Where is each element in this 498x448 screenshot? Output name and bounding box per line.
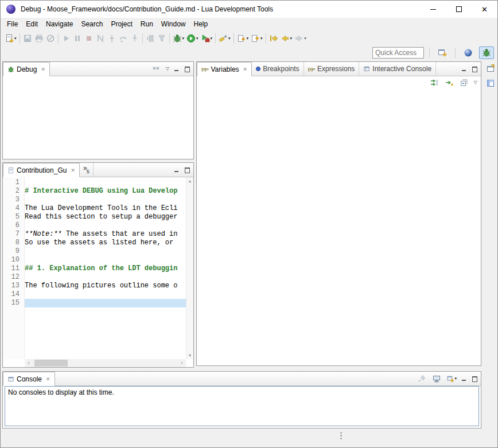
editor-line[interactable]: 7**Note:** The assets that are used in: [3, 230, 186, 239]
editor-line[interactable]: 4The Lua Development Tools in the Ecli: [3, 204, 186, 213]
debug-perspective-button[interactable]: [479, 46, 494, 59]
editor-line[interactable]: 15: [3, 299, 186, 307]
back-button[interactable]: ▾: [279, 32, 294, 45]
minimize-view-icon[interactable]: [461, 376, 467, 381]
menu-navigate[interactable]: Navigate: [42, 19, 77, 29]
editor-line[interactable]: 1: [3, 178, 186, 187]
editor-line[interactable]: 13The following pictures outline some o: [3, 282, 186, 290]
print-button[interactable]: [33, 32, 45, 45]
menu-search[interactable]: Search: [77, 19, 107, 29]
editor-line[interactable]: 9: [3, 247, 186, 256]
editor-code-area[interactable]: 1 2# Interactive DEBUG using Lua Develop…: [3, 178, 186, 359]
open-perspective-button[interactable]: [435, 46, 450, 59]
close-tab-icon[interactable]: ✕: [41, 67, 45, 72]
close-tab-icon[interactable]: ✕: [71, 167, 75, 173]
close-tab-icon[interactable]: ✕: [46, 376, 50, 382]
editor-line[interactable]: 11## 1. Explanation of the LDT debuggin: [3, 264, 186, 273]
skip-all-breakpoints-button[interactable]: [45, 32, 56, 45]
resume-button[interactable]: [60, 32, 72, 45]
minimize-view-icon[interactable]: [174, 167, 180, 173]
editor-horizontal-scrollbar[interactable]: ‹ ›: [25, 359, 186, 367]
new-wizard-button[interactable]: ▾: [3, 32, 18, 45]
hidden-editors-chevron[interactable]: » 5: [80, 163, 94, 177]
menu-run[interactable]: Run: [137, 19, 157, 29]
open-console-button[interactable]: ▾: [446, 373, 457, 384]
step-into-button[interactable]: [106, 32, 118, 45]
add-watch-button[interactable]: [444, 77, 454, 88]
restore-views-button[interactable]: [485, 63, 496, 74]
forward-button[interactable]: ▾: [293, 32, 308, 45]
quick-access-input[interactable]: [372, 47, 424, 59]
drop-to-frame-button[interactable]: [145, 32, 156, 45]
editor-line[interactable]: 6: [3, 221, 186, 230]
application-window: Debug - Moose_Framework/docs/Contributio…: [0, 0, 498, 448]
view-menu-icon[interactable]: ▽: [166, 67, 169, 71]
menu-help[interactable]: Help: [190, 19, 212, 29]
editor-line[interactable]: 10: [3, 256, 186, 264]
scrollbar-thumb[interactable]: [34, 360, 68, 367]
menu-project[interactable]: Project: [107, 19, 136, 29]
run-button[interactable]: ▾: [185, 32, 200, 45]
step-return-button[interactable]: [129, 32, 141, 45]
tab-interactive-console[interactable]: Interactive Console: [359, 62, 436, 76]
close-tab-icon[interactable]: ✕: [243, 67, 248, 72]
tab-debug[interactable]: Debug ✕: [3, 62, 50, 76]
layout-views-button[interactable]: [485, 77, 496, 89]
line-text-emphasis: **Note:**: [25, 230, 62, 239]
window-maximize-button[interactable]: [446, 1, 472, 18]
maximize-view-icon[interactable]: [472, 67, 477, 72]
dropdown-arrow-icon: ▾: [290, 36, 293, 41]
debug-button[interactable]: ▾: [172, 32, 186, 45]
scroll-left-icon[interactable]: ‹: [25, 359, 33, 367]
editor-line[interactable]: 3: [3, 196, 186, 204]
minimize-view-icon[interactable]: [461, 67, 467, 72]
suspend-button[interactable]: [72, 32, 83, 45]
disconnect-button[interactable]: [95, 32, 106, 45]
editor-vertical-scrollbar[interactable]: ▴ ▾: [186, 177, 193, 359]
external-tools-button[interactable]: ▾: [200, 32, 214, 45]
minimize-view-icon[interactable]: [174, 67, 180, 72]
menu-window[interactable]: Window: [157, 19, 190, 29]
terminate-button[interactable]: [83, 32, 95, 45]
window-minimize-button[interactable]: [420, 1, 446, 18]
remove-all-terminated-button[interactable]: [151, 64, 161, 74]
suspend-icon: [73, 34, 82, 43]
maximize-view-icon[interactable]: [184, 67, 190, 72]
menu-file[interactable]: File: [3, 19, 22, 29]
scroll-right-icon[interactable]: ›: [178, 359, 186, 367]
editor-line[interactable]: 5Read this section to setup a debugger: [3, 213, 186, 221]
view-menu-icon[interactable]: ▽: [474, 80, 477, 85]
window-close-button[interactable]: ✕: [472, 1, 497, 18]
collapse-all-button[interactable]: [459, 77, 469, 88]
use-step-filters-button[interactable]: [156, 32, 168, 45]
window-resize-grip[interactable]: [340, 432, 342, 434]
tab-breakpoints[interactable]: Breakpoints: [252, 62, 304, 76]
back-arrow-icon: [281, 34, 290, 43]
last-edit-location-button[interactable]: [268, 32, 279, 45]
ldt-perspective-button[interactable]: [461, 46, 476, 59]
display-selected-console-button[interactable]: [431, 373, 442, 384]
maximize-view-icon[interactable]: [472, 376, 477, 381]
step-over-button[interactable]: [118, 32, 129, 45]
tab-console[interactable]: Console ✕: [3, 372, 55, 386]
editor-line[interactable]: 14: [3, 290, 186, 299]
tab-variables[interactable]: (x)= Variables ✕: [197, 62, 252, 76]
scroll-down-icon[interactable]: ▾: [189, 353, 191, 358]
show-logical-structures-button[interactable]: [429, 77, 439, 88]
tab-label: Contribution_Gu: [17, 166, 67, 174]
previous-annotation-button[interactable]: ▾: [250, 32, 264, 45]
scroll-up-icon[interactable]: ▴: [189, 178, 191, 184]
save-button[interactable]: [22, 32, 33, 45]
maximize-view-icon[interactable]: [184, 167, 190, 173]
pin-console-button[interactable]: [417, 373, 427, 384]
menu-edit[interactable]: Edit: [22, 19, 42, 29]
editor-line[interactable]: 2# Interactive DEBUG using Lua Develop: [3, 187, 186, 196]
debug-bug-icon: [173, 34, 182, 43]
tab-contribution-guide[interactable]: Contribution_Gu ✕: [3, 163, 80, 177]
search-button[interactable]: ▾: [217, 32, 232, 45]
editor-line[interactable]: 8So use the assets as listed here, or: [3, 239, 186, 247]
next-annotation-button[interactable]: ▾: [236, 32, 250, 45]
tab-expressions[interactable]: (x)= Expressions: [304, 62, 360, 76]
editor-line[interactable]: 12: [3, 273, 186, 282]
disconnect-icon: [96, 34, 105, 43]
